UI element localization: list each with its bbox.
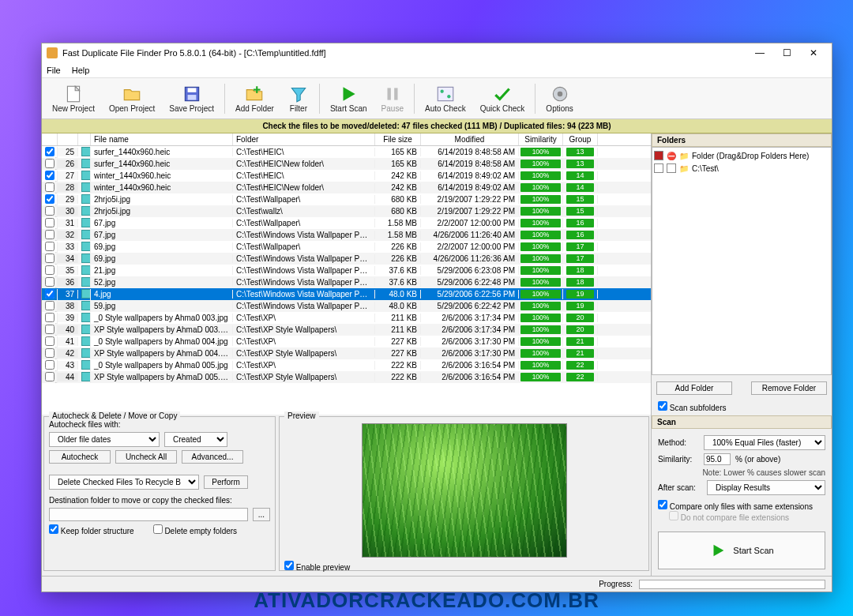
filter-button[interactable]: Filter [281,81,316,115]
row-checkbox[interactable] [45,372,54,381]
row-checkbox[interactable] [45,218,54,227]
table-row[interactable]: 44XP Style wallpapers by AhmaD 005.jpgC:… [42,371,651,383]
status-bar: Check the files to be moved/deleted: 47 … [42,119,832,133]
table-row[interactable]: 25surfer_1440x960.heicC:\Test\HEIC\165 K… [42,146,651,158]
row-checkbox[interactable] [45,147,54,156]
table-row[interactable]: 42XP Style wallpapers by AhmaD 004.jpgC:… [42,347,651,359]
start-scan-big-button[interactable]: Start Scan [658,531,825,569]
col-folder[interactable]: Folder [233,133,375,145]
delete-empty-checkbox[interactable]: Delete empty folders [153,524,238,535]
folder-remove-button[interactable]: Remove Folder [751,381,827,395]
no-compare-ext-checkbox[interactable]: Do not compare file extensions [669,511,825,522]
table-row[interactable]: 40XP Style wallpapers by AhmaD 003.jpgC:… [42,324,651,336]
col-filename[interactable]: File name [91,133,233,145]
svg-rect-3 [187,88,196,92]
autocheck-button[interactable]: Autocheck [49,450,111,464]
col-size[interactable]: File size [375,133,421,145]
svg-marker-7 [344,87,355,100]
quick-check-button[interactable]: Quick Check [473,81,532,115]
results-body[interactable]: 25surfer_1440x960.heicC:\Test\HEIC\165 K… [42,146,651,415]
file-icon [81,277,91,287]
col-group[interactable]: Group [563,133,598,145]
progress-track [639,580,825,589]
perform-button[interactable]: Perform [204,475,248,489]
row-checkbox[interactable] [45,159,54,168]
autocheck-mode-select[interactable]: Older file dates [49,432,160,447]
uncheck-all-button[interactable]: Uncheck All [115,450,177,464]
save-project-button[interactable]: Save Project [162,81,221,115]
folder-add-button[interactable]: Add Folder [656,381,732,395]
folders-list[interactable]: ⛔ 📁 Folder (Drag&Drop Folders Here) 📁 C:… [652,147,832,375]
table-row[interactable]: 292hrjo5i.jpgC:\Test\Wallpaper\680 KB2/1… [42,193,651,205]
table-row[interactable]: 3267.jpgC:\Test\Windows Vista Wallpaper … [42,229,651,241]
row-checkbox[interactable] [45,206,54,216]
svg-rect-4 [187,95,196,100]
menu-file[interactable]: File [47,66,61,75]
table-row[interactable]: 3369.jpgC:\Test\Wallpaper\226 KB2/2/2007… [42,241,651,253]
options-button[interactable]: Options [539,81,580,115]
row-checkbox[interactable] [45,242,54,251]
table-row[interactable]: 39_0 Style wallpapers by Ahma0 003.jpgC:… [42,312,651,324]
row-checkbox[interactable] [45,336,54,346]
minimize-button[interactable]: — [746,44,773,62]
new-project-button[interactable]: New Project [45,81,102,115]
maximize-button[interactable]: ☐ [773,44,800,62]
autocheck-by-select[interactable]: Created [164,432,227,447]
menu-help[interactable]: Help [72,66,90,75]
close-button[interactable]: ✕ [800,44,827,62]
row-checkbox[interactable] [45,265,54,275]
row-checkbox[interactable] [45,360,54,370]
scan-subfolders-checkbox[interactable]: Scan subfolders [652,401,832,415]
keep-structure-checkbox[interactable]: Keep folder structure [49,524,134,535]
row-checkbox[interactable] [45,301,54,310]
col-modified[interactable]: Modified [421,133,519,145]
include-checkbox[interactable] [654,163,663,173]
table-row[interactable]: 26surfer_1440x960.heicC:\Test\HEIC\New f… [42,158,651,170]
row-checkbox[interactable] [45,313,54,322]
row-checkbox[interactable] [45,325,54,334]
scan-method-select[interactable]: 100% Equal Files (faster) [704,435,825,450]
pause-button[interactable]: Pause [374,81,411,115]
table-row[interactable]: 3167.jpgC:\Test\Wallpaper\1.58 MB2/2/200… [42,217,651,229]
row-checkbox[interactable] [45,182,54,192]
browse-dest-button[interactable]: ... [253,508,270,521]
similarity-spinner[interactable] [704,453,731,465]
table-row[interactable]: 3859.jpgC:\Test\Windows Vista Wallpaper … [42,300,651,312]
table-row[interactable]: 302hrjo5i.jpgC:\Test\wallz\680 KB2/19/20… [42,205,651,217]
row-checkbox[interactable] [45,348,54,358]
row-checkbox[interactable] [45,254,54,263]
advanced-button[interactable]: Advanced... [182,450,243,464]
table-row[interactable]: 43_0 Style wallpapers by Ahma0 005.jpgC:… [42,359,651,371]
dest-folder-input[interactable] [49,508,248,521]
add-folder-button[interactable]: Add Folder [228,81,281,115]
table-row[interactable]: 3521.jpgC:\Test\Windows Vista Wallpaper … [42,265,651,276]
row-checkbox[interactable] [45,230,54,239]
folder-row: 📁 C:\Test\ [654,162,829,175]
open-project-button[interactable]: Open Project [102,81,162,115]
col-similarity[interactable]: Similarity [519,133,563,145]
start-scan-button[interactable]: Start Scan [323,81,374,115]
row-checkbox[interactable] [45,194,54,204]
exclude-checkbox[interactable] [667,163,676,173]
app-icon [47,47,58,58]
file-icon [81,159,91,168]
compare-ext-checkbox[interactable]: Compare only files with same extensions [658,500,825,511]
file-icon [81,360,91,370]
svg-rect-10 [438,87,453,100]
table-row[interactable]: 3469.jpgC:\Test\Windows Vista Wallpaper … [42,253,651,265]
enable-preview-checkbox[interactable]: Enable preview [284,563,350,572]
table-row[interactable]: 27winter_1440x960.heicC:\Test\HEIC\242 K… [42,170,651,182]
auto-check-button[interactable]: Auto Check [418,81,473,115]
row-checkbox[interactable] [45,289,54,299]
after-scan-select[interactable]: Display Results [707,480,825,495]
table-row[interactable]: 41_0 Style wallpapers by Ahma0 004.jpgC:… [42,336,651,347]
svg-rect-6 [254,89,261,91]
table-row[interactable]: 28winter_1440x960.heicC:\Test\HEIC\New f… [42,182,651,193]
row-checkbox[interactable] [45,171,54,180]
row-checkbox[interactable] [45,277,54,287]
titlebar[interactable]: Fast Duplicate File Finder Pro 5.8.0.1 (… [42,43,832,62]
file-icon [81,194,91,204]
perform-action-select[interactable]: Delete Checked Files To Recycle Bin [49,475,199,490]
table-row[interactable]: 3652.jpgC:\Test\Windows Vista Wallpaper … [42,276,651,288]
table-row[interactable]: 374.jpgC:\Test\Windows Vista Wallpaper P… [42,288,651,300]
